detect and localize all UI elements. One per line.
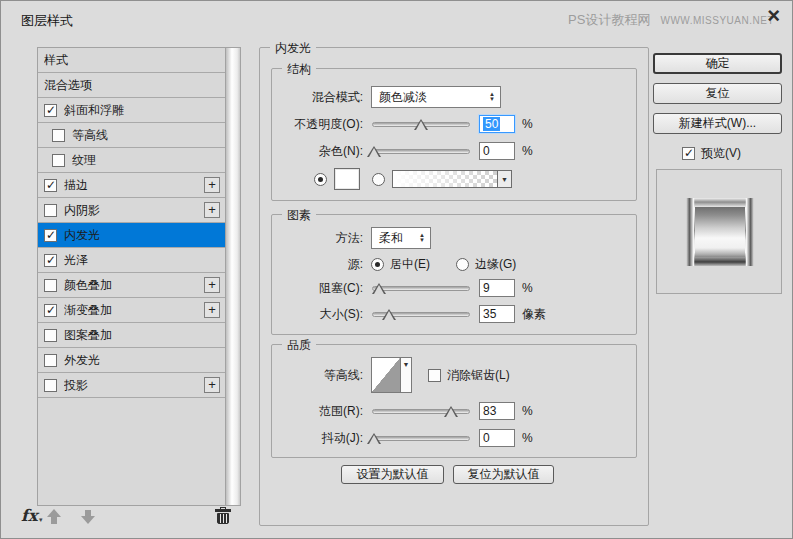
- gradient-picker[interactable]: [392, 170, 498, 188]
- spinner-icon: [416, 233, 428, 243]
- effect-checkbox-pattern-overlay[interactable]: [44, 329, 57, 342]
- contour-label: 等高线:: [277, 367, 363, 384]
- noise-row: 杂色(N): 0 %: [277, 140, 533, 162]
- sidebar-item-inner-glow[interactable]: 内发光: [38, 223, 225, 248]
- noise-slider[interactable]: [371, 140, 471, 162]
- close-icon[interactable]: ×: [767, 5, 780, 27]
- contour-thumbnail[interactable]: [371, 357, 401, 393]
- choke-unit: %: [522, 281, 533, 295]
- set-default-button[interactable]: 设置为默认值: [341, 465, 444, 484]
- technique-row: 方法: 柔和: [277, 227, 431, 249]
- sidebar-item-label: 混合选项: [44, 77, 220, 94]
- source-row: 源: 居中(E) 边缘(G): [277, 253, 516, 275]
- sidebar-item-pattern-overlay[interactable]: 图案叠加: [38, 323, 225, 348]
- opacity-input[interactable]: 50: [479, 115, 515, 133]
- sidebar-item-outer-glow[interactable]: 外发光: [38, 348, 225, 373]
- glow-color-swatch[interactable]: [334, 168, 360, 190]
- sidebar-item-label: 渐变叠加: [64, 302, 197, 319]
- delete-effect-icon[interactable]: [215, 507, 231, 524]
- effect-checkbox-inner-glow[interactable]: [44, 229, 57, 242]
- glow-color-row: ▼: [277, 167, 512, 191]
- color-radio[interactable]: [314, 173, 327, 186]
- effect-checkbox-contour[interactable]: [52, 129, 65, 142]
- watermark-site-name: PS设计教程网: [568, 12, 650, 27]
- preview-toggle-row: 预览(V): [682, 145, 741, 162]
- move-effect-down-icon[interactable]: [80, 508, 96, 524]
- layer-style-dialog: 图层样式 PS设计教程网WWW.MISSYUAN.NET × 样式混合选项斜面和…: [0, 0, 793, 539]
- jitter-input[interactable]: 0: [479, 429, 515, 447]
- fx-menu-button[interactable]: fx: [21, 506, 37, 525]
- add-effect-icon[interactable]: +: [204, 377, 220, 393]
- effect-checkbox-color-overlay[interactable]: [44, 279, 57, 292]
- contour-picker[interactable]: ▼: [371, 357, 412, 393]
- effect-checkbox-bevel-emboss[interactable]: [44, 104, 57, 117]
- fx-caret-icon: ▾: [39, 516, 43, 524]
- opacity-unit: %: [522, 117, 533, 131]
- jitter-label: 抖动(J):: [277, 430, 363, 447]
- effect-checkbox-inner-shadow[interactable]: [44, 204, 57, 217]
- elements-legend: 图素: [282, 207, 316, 224]
- sidebar-item-blending-options[interactable]: 混合选项: [38, 73, 225, 98]
- size-slider[interactable]: [371, 303, 471, 325]
- reset-button[interactable]: 复位: [653, 83, 782, 104]
- sidebar-item-label: 颜色叠加: [64, 277, 197, 294]
- sidebar-item-styles[interactable]: 样式: [38, 48, 225, 73]
- new-style-button[interactable]: 新建样式(W)...: [653, 113, 782, 134]
- sidebar-item-label: 内发光: [64, 227, 220, 244]
- style-preview: [656, 169, 782, 294]
- sidebar-item-inner-shadow[interactable]: 内阴影+: [38, 198, 225, 223]
- sidebar-item-bevel-emboss[interactable]: 斜面和浮雕: [38, 98, 225, 123]
- sidebar-item-satin[interactable]: 光泽: [38, 248, 225, 273]
- dialog-title: 图层样式: [21, 12, 73, 30]
- effect-checkbox-drop-shadow[interactable]: [44, 379, 57, 392]
- noise-input[interactable]: 0: [479, 142, 515, 160]
- add-effect-icon[interactable]: +: [204, 302, 220, 318]
- ok-button[interactable]: 确定: [653, 53, 782, 74]
- effect-checkbox-texture[interactable]: [52, 154, 65, 167]
- range-slider[interactable]: [371, 400, 471, 422]
- contour-dropdown-icon[interactable]: ▼: [401, 357, 412, 393]
- opacity-slider[interactable]: [371, 113, 471, 135]
- gradient-dropdown-icon[interactable]: ▼: [498, 170, 512, 188]
- size-label: 大小(S):: [277, 306, 363, 323]
- reset-default-button[interactable]: 复位为默认值: [453, 465, 554, 484]
- quality-legend: 品质: [282, 337, 316, 354]
- size-input[interactable]: 35: [479, 305, 515, 323]
- structure-legend: 结构: [282, 61, 316, 78]
- size-row: 大小(S): 35 像素: [277, 303, 546, 325]
- technique-select[interactable]: 柔和: [371, 227, 431, 249]
- effect-checkbox-stroke[interactable]: [44, 179, 57, 192]
- sidebar-item-texture[interactable]: 纹理: [38, 148, 225, 173]
- add-effect-icon[interactable]: +: [204, 177, 220, 193]
- blend-mode-select[interactable]: 颜色减淡: [371, 86, 501, 108]
- range-input[interactable]: 83: [479, 402, 515, 420]
- sidebar-item-drop-shadow[interactable]: 投影+: [38, 373, 225, 398]
- opacity-label: 不透明度(O):: [277, 116, 363, 133]
- sidebar-scrollbar[interactable]: [226, 47, 241, 506]
- effect-checkbox-outer-glow[interactable]: [44, 354, 57, 367]
- sidebar-item-gradient-overlay[interactable]: 渐变叠加+: [38, 298, 225, 323]
- choke-slider[interactable]: [371, 277, 471, 299]
- sidebar-item-contour[interactable]: 等高线: [38, 123, 225, 148]
- preview-label: 预览(V): [701, 145, 741, 162]
- range-unit: %: [522, 404, 533, 418]
- gradient-radio[interactable]: [372, 173, 385, 186]
- sidebar-item-stroke[interactable]: 描边+: [38, 173, 225, 198]
- sidebar-item-color-overlay[interactable]: 颜色叠加+: [38, 273, 225, 298]
- add-effect-icon[interactable]: +: [204, 277, 220, 293]
- add-effect-icon[interactable]: +: [204, 202, 220, 218]
- source-center-radio[interactable]: [371, 258, 384, 271]
- effect-checkbox-gradient-overlay[interactable]: [44, 304, 57, 317]
- choke-input[interactable]: 9: [479, 279, 515, 297]
- source-edge-radio[interactable]: [456, 258, 469, 271]
- blend-mode-row: 混合模式: 颜色减淡: [277, 86, 501, 108]
- preview-checkbox[interactable]: [682, 147, 695, 160]
- preview-thumbnail: [686, 198, 754, 266]
- effect-checkbox-satin[interactable]: [44, 254, 57, 267]
- move-effect-up-icon[interactable]: [46, 508, 62, 524]
- jitter-slider[interactable]: [371, 427, 471, 449]
- effects-toolbar: fx ▾: [19, 505, 241, 531]
- antialias-checkbox[interactable]: [428, 369, 441, 382]
- sidebar-item-label: 图案叠加: [64, 327, 220, 344]
- sidebar-item-label: 斜面和浮雕: [64, 102, 220, 119]
